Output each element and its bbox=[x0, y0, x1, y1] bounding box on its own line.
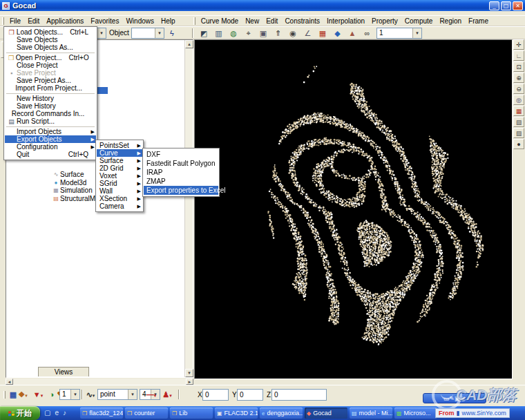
quick-launch-icon[interactable]: e bbox=[55, 408, 59, 419]
display-icon[interactable]: —▾ bbox=[145, 388, 158, 401]
file-menu-item[interactable] bbox=[5, 92, 96, 95]
file-menu-item[interactable] bbox=[5, 125, 96, 128]
file-menu-item[interactable]: Export Objects ▶ bbox=[5, 135, 96, 143]
taskbar-button[interactable]: e denggaoxia... bbox=[260, 408, 303, 419]
export-submenu-item[interactable]: PointsSet ▶ bbox=[97, 142, 142, 149]
camera-tool-icon[interactable]: ✛ bbox=[513, 39, 524, 50]
quick-launch-icon[interactable]: ▢ bbox=[44, 408, 50, 419]
toolbar-icon[interactable]: ▣ bbox=[257, 27, 269, 39]
camera-tool-icon[interactable]: ⊕ bbox=[513, 73, 524, 83]
window-control-button[interactable]: ✕ bbox=[513, 1, 523, 10]
mode-menu-item[interactable]: Compute bbox=[401, 17, 437, 25]
toolbar-icon[interactable]: ◩ bbox=[198, 27, 210, 39]
ime-icon[interactable]: ✎ bbox=[449, 395, 455, 402]
tree-item[interactable]: ∿ Surface bbox=[52, 171, 84, 178]
dropdown-arrow-icon[interactable]: ▼ bbox=[97, 28, 106, 38]
tree-item[interactable]: ● Model3d bbox=[52, 179, 86, 187]
curve-submenu-item[interactable]: DXF bbox=[144, 150, 218, 159]
ime-language-bar[interactable]: ▭✎▣◉ bbox=[423, 393, 486, 403]
scroll-down-icon[interactable]: ▼ bbox=[185, 369, 193, 377]
toolbar-grip[interactable] bbox=[193, 17, 195, 25]
tree-item[interactable]: ▤ StructuralM bbox=[52, 195, 95, 202]
mode-menu-item[interactable]: Frame bbox=[465, 17, 492, 25]
start-button[interactable]: 开始 bbox=[0, 406, 40, 420]
window-control-button[interactable]: ▢ bbox=[501, 1, 511, 10]
file-menu-item[interactable]: ▪ Save Project bbox=[5, 69, 96, 77]
export-submenu-item[interactable]: Curve ▶ bbox=[97, 149, 142, 157]
tree-vertical-scrollbar[interactable]: ▲ ▼ bbox=[184, 40, 193, 377]
export-submenu-item[interactable]: SGrid ▶ bbox=[97, 180, 142, 187]
file-menu-item[interactable]: Import From Project... bbox=[5, 84, 96, 92]
lightning-icon[interactable]: ϟ bbox=[166, 27, 178, 39]
file-menu-item[interactable]: Save Objects bbox=[5, 36, 96, 44]
file-menu-item[interactable]: New History bbox=[5, 95, 96, 102]
dropdown-caret-icon[interactable]: ▾ bbox=[93, 393, 95, 398]
taskbar-button[interactable]: ❒ Lib bbox=[170, 408, 213, 419]
camera-tool-icon[interactable]: ⊡ bbox=[513, 61, 524, 72]
export-submenu-item[interactable]: Voxet ▶ bbox=[97, 172, 142, 180]
toolbar-icon[interactable]: ▦ bbox=[316, 27, 329, 39]
dropdown-caret-icon[interactable]: ▾ bbox=[41, 393, 44, 398]
attribute-icon[interactable]: ❖▾ bbox=[17, 388, 29, 401]
display-icon[interactable]: ♟▾ bbox=[161, 388, 173, 401]
export-submenu-item[interactable]: 2D Grid ▶ bbox=[97, 164, 142, 172]
camera-tool-icon[interactable]: ▧ bbox=[513, 117, 524, 127]
curve-submenu-item[interactable]: Export properties to Excel bbox=[144, 186, 218, 195]
menu-bar-item[interactable]: Windows bbox=[122, 17, 158, 25]
dropdown-arrow-icon[interactable]: ▼ bbox=[128, 390, 137, 399]
toolbar-icon[interactable]: ▥ bbox=[213, 27, 225, 39]
toolbar-icon[interactable]: ◉ bbox=[287, 27, 299, 39]
ime-icon[interactable]: ◉ bbox=[460, 395, 466, 402]
tree-item[interactable]: ▦ Simulation bbox=[52, 187, 93, 194]
taskbar-button[interactable]: ❒ flac3d2_1242 bbox=[80, 408, 123, 419]
toolbar-icon[interactable]: ◆ bbox=[332, 27, 344, 39]
camera-tool-icon[interactable]: ⊖ bbox=[513, 84, 524, 94]
point-style-combo[interactable]: point ▼ bbox=[97, 389, 137, 400]
mode-menu-item[interactable]: Edit bbox=[262, 17, 281, 25]
dropdown-arrow-icon[interactable]: ▼ bbox=[70, 390, 79, 399]
title-bar[interactable]: G Gocad _ ▢ ✕ bbox=[0, 0, 525, 11]
level-combo[interactable]: 1 ▼ bbox=[59, 389, 80, 400]
menu-bar-item[interactable]: Favorites bbox=[87, 17, 122, 25]
dropdown-caret-icon[interactable]: ▾ bbox=[169, 393, 172, 398]
window-control-button[interactable]: _ bbox=[489, 1, 499, 10]
export-submenu-item[interactable]: Camera ▶ bbox=[97, 202, 142, 210]
toolbar-icon[interactable]: ▲ bbox=[346, 27, 359, 39]
toolbar-grip[interactable] bbox=[3, 391, 6, 399]
point-cloud-canvas[interactable] bbox=[195, 40, 512, 379]
file-menu-item[interactable]: Save History bbox=[5, 102, 96, 110]
taskbar-button[interactable]: ❒ counter bbox=[125, 408, 168, 419]
curve-submenu-item[interactable]: IRAP bbox=[144, 168, 218, 177]
coordinate-field[interactable]: 0 bbox=[202, 389, 229, 401]
file-menu-item[interactable]: Record Commands In... bbox=[5, 110, 96, 117]
mode-menu-item[interactable]: Curve Mode bbox=[198, 17, 242, 25]
camera-tool-icon[interactable]: ▦ bbox=[513, 106, 524, 116]
toolbar-icon[interactable]: ∞ bbox=[361, 27, 374, 39]
dropdown-arrow-icon[interactable]: ▼ bbox=[412, 28, 421, 38]
toolbar-icon[interactable]: ◍ bbox=[227, 27, 240, 39]
dropdown-caret-icon[interactable]: ▾ bbox=[154, 393, 157, 398]
camera-tool-icon[interactable]: ∟ bbox=[513, 50, 524, 61]
views-tab[interactable]: Views bbox=[38, 367, 89, 376]
file-menu-item[interactable]: Close Project bbox=[5, 61, 96, 69]
file-menu-item[interactable]: Configuration ▶ bbox=[5, 143, 96, 151]
3d-viewport[interactable] bbox=[194, 39, 513, 379]
scroll-left-icon[interactable]: ◄ bbox=[6, 379, 13, 385]
camera-tool-icon[interactable]: ● bbox=[513, 139, 524, 149]
selected-tree-item-stub[interactable] bbox=[97, 87, 108, 94]
menu-bar-item[interactable]: Help bbox=[158, 17, 179, 25]
file-menu-item[interactable] bbox=[5, 51, 96, 54]
mode-menu-item[interactable]: Constraints bbox=[281, 17, 323, 25]
tree-horizontal-scrollbar[interactable]: ◄ ► bbox=[6, 379, 193, 385]
coordinate-field[interactable]: 0 bbox=[271, 389, 327, 401]
curve-submenu-item[interactable]: Fastedit Fault Polygon bbox=[144, 159, 218, 168]
file-menu-item[interactable]: Save Objects As... bbox=[5, 44, 96, 51]
file-menu-item[interactable]: Save Project As... bbox=[5, 77, 96, 84]
toolbar-icon[interactable]: ∠ bbox=[302, 27, 314, 39]
file-menu-item[interactable]: ❒ Open Project... Ctrl+O bbox=[5, 54, 96, 61]
mode-menu-item[interactable]: Property bbox=[368, 17, 401, 25]
dropdown-caret-icon[interactable]: ▾ bbox=[25, 393, 28, 398]
file-menu-item[interactable]: ▤ Run Script... bbox=[5, 117, 96, 125]
export-submenu-item[interactable]: Wall ▶ bbox=[97, 187, 142, 195]
object-combo[interactable]: ▼ bbox=[131, 28, 164, 39]
